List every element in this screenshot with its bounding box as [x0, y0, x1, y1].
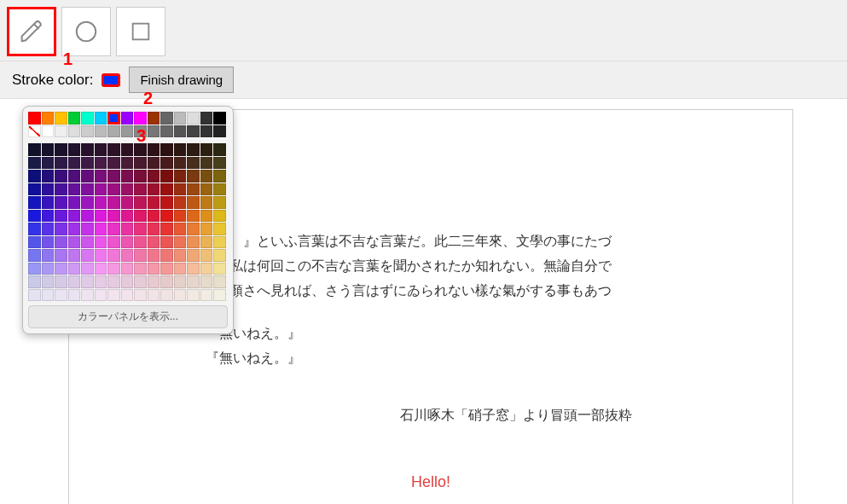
color-swatch[interactable]	[55, 170, 67, 182]
square-tool-button[interactable]	[116, 7, 165, 56]
color-swatch[interactable]	[42, 249, 55, 262]
color-swatch[interactable]	[81, 289, 94, 302]
color-swatch[interactable]	[42, 125, 55, 138]
color-swatch[interactable]	[55, 275, 67, 288]
color-swatch[interactable]	[55, 157, 67, 170]
color-swatch[interactable]	[148, 183, 160, 196]
color-swatch[interactable]	[213, 170, 226, 182]
current-stroke-swatch[interactable]	[102, 73, 120, 87]
color-swatch[interactable]	[68, 263, 81, 275]
color-swatch[interactable]	[121, 170, 134, 182]
color-swatch[interactable]	[213, 223, 226, 235]
color-swatch[interactable]	[107, 183, 120, 196]
color-swatch[interactable]	[160, 157, 173, 170]
color-swatch[interactable]	[134, 183, 147, 196]
color-swatch[interactable]	[187, 289, 200, 302]
color-swatch[interactable]	[213, 210, 226, 223]
color-swatch[interactable]	[200, 275, 213, 288]
color-swatch[interactable]	[68, 125, 81, 138]
color-swatch[interactable]	[187, 183, 200, 196]
color-swatch[interactable]	[148, 275, 160, 288]
color-swatch[interactable]	[121, 236, 134, 249]
color-swatch[interactable]	[55, 223, 67, 235]
color-swatch[interactable]	[160, 236, 173, 249]
color-swatch[interactable]	[81, 157, 94, 170]
color-swatch[interactable]	[68, 249, 81, 262]
color-swatch[interactable]	[55, 112, 67, 125]
color-swatch[interactable]	[134, 289, 147, 302]
color-swatch[interactable]	[160, 112, 173, 125]
color-swatch[interactable]	[148, 196, 160, 209]
color-swatch[interactable]	[213, 196, 226, 209]
color-swatch[interactable]	[107, 143, 120, 156]
color-swatch[interactable]	[174, 112, 187, 125]
color-swatch[interactable]	[213, 263, 226, 275]
color-swatch[interactable]	[81, 125, 94, 138]
color-swatch[interactable]	[213, 275, 226, 288]
color-swatch[interactable]	[187, 125, 200, 138]
color-swatch[interactable]	[213, 143, 226, 156]
color-swatch[interactable]	[121, 263, 134, 275]
color-swatch[interactable]	[42, 196, 55, 209]
color-swatch[interactable]	[121, 289, 134, 302]
color-swatch[interactable]	[174, 170, 187, 182]
color-swatch[interactable]	[95, 223, 107, 235]
color-swatch[interactable]	[160, 275, 173, 288]
color-swatch[interactable]	[148, 263, 160, 275]
color-swatch[interactable]	[213, 112, 226, 125]
color-swatch[interactable]	[121, 196, 134, 209]
color-swatch[interactable]	[174, 249, 187, 262]
color-swatch[interactable]	[28, 143, 41, 156]
color-swatch[interactable]	[174, 125, 187, 138]
color-swatch[interactable]	[148, 170, 160, 182]
color-swatch[interactable]	[187, 210, 200, 223]
color-swatch[interactable]	[213, 289, 226, 302]
color-swatch[interactable]	[148, 223, 160, 235]
color-swatch[interactable]	[213, 183, 226, 196]
color-swatch[interactable]	[200, 210, 213, 223]
color-swatch[interactable]	[68, 289, 81, 302]
color-swatch[interactable]	[28, 289, 41, 302]
color-swatch[interactable]	[121, 112, 134, 125]
color-swatch[interactable]	[187, 249, 200, 262]
color-swatch[interactable]	[55, 263, 67, 275]
color-swatch[interactable]	[107, 196, 120, 209]
color-swatch[interactable]	[121, 210, 134, 223]
color-swatch[interactable]	[160, 196, 173, 209]
color-swatch[interactable]	[174, 223, 187, 235]
color-swatch[interactable]	[121, 125, 134, 138]
color-swatch[interactable]	[42, 223, 55, 235]
color-swatch[interactable]	[174, 183, 187, 196]
color-swatch[interactable]	[107, 289, 120, 302]
color-swatch[interactable]	[95, 263, 107, 275]
color-swatch[interactable]	[134, 112, 147, 125]
color-swatch[interactable]	[68, 223, 81, 235]
color-swatch[interactable]	[107, 275, 120, 288]
color-swatch[interactable]	[200, 236, 213, 249]
color-swatch[interactable]	[174, 196, 187, 209]
color-swatch[interactable]	[174, 157, 187, 170]
color-swatch[interactable]	[148, 112, 160, 125]
color-swatch[interactable]	[81, 236, 94, 249]
color-swatch[interactable]	[95, 210, 107, 223]
color-swatch[interactable]	[148, 236, 160, 249]
color-swatch[interactable]	[107, 210, 120, 223]
color-swatch[interactable]	[95, 196, 107, 209]
color-swatch[interactable]	[200, 223, 213, 235]
color-swatch[interactable]	[160, 143, 173, 156]
color-swatch[interactable]	[28, 170, 41, 182]
color-swatch[interactable]	[174, 210, 187, 223]
color-swatch[interactable]	[42, 236, 55, 249]
color-swatch[interactable]	[134, 263, 147, 275]
color-swatch[interactable]	[107, 125, 120, 138]
color-swatch[interactable]	[81, 210, 94, 223]
color-swatch[interactable]	[95, 157, 107, 170]
color-swatch[interactable]	[68, 112, 81, 125]
color-swatch[interactable]	[68, 196, 81, 209]
color-swatch[interactable]	[42, 289, 55, 302]
color-swatch[interactable]	[134, 170, 147, 182]
color-swatch[interactable]	[200, 170, 213, 182]
color-swatch[interactable]	[160, 289, 173, 302]
color-swatch[interactable]	[95, 112, 107, 125]
color-swatch[interactable]	[148, 157, 160, 170]
